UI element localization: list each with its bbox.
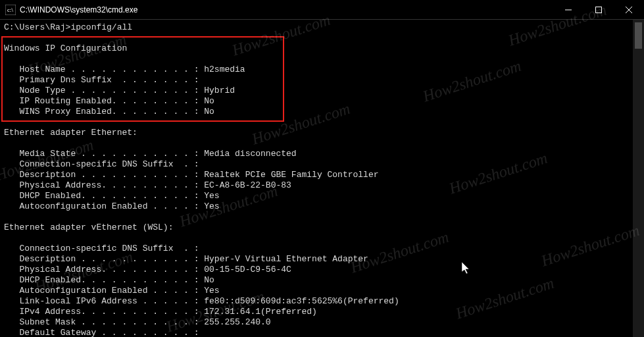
kv-row: Default Gateway . . . . . . . . . : xyxy=(4,328,204,337)
svg-text:c:\: c:\ xyxy=(7,7,13,13)
kv-row: Description . . . . . . . . . . . : Real… xyxy=(4,170,379,180)
section-header-ipconfig: Windows IP Configuration xyxy=(4,43,127,53)
kv-row: Subnet Mask . . . . . . . . . . . : 255.… xyxy=(4,317,271,327)
kv-row: Autoconfiguration Enabled . . . . : Yes xyxy=(4,286,220,296)
close-button[interactable] xyxy=(614,0,644,19)
window-titlebar: c:\ C:\WINDOWS\system32\cmd.exe xyxy=(0,0,644,20)
maximize-button[interactable] xyxy=(583,0,614,19)
terminal-output[interactable]: C:\Users\Raj>ipconfig/all Windows IP Con… xyxy=(0,20,644,337)
kv-row: Physical Address. . . . . . . . . : EC-A… xyxy=(4,180,291,190)
kv-row: WINS Proxy Enabled. . . . . . . . : No xyxy=(4,107,214,117)
section-header-vethernet: Ethernet adapter vEthernet (WSL): xyxy=(4,222,173,232)
kv-row: IP Routing Enabled. . . . . . . . : No xyxy=(4,96,214,106)
minimize-button[interactable] xyxy=(553,0,583,19)
section-header-ethernet: Ethernet adapter Ethernet: xyxy=(4,128,137,138)
prompt-command: ipconfig/all xyxy=(70,22,132,32)
vertical-scrollbar[interactable] xyxy=(633,20,644,337)
kv-row: Host Name . . . . . . . . . . . . : h2sm… xyxy=(4,65,245,74)
kv-row: Description . . . . . . . . . . . : Hype… xyxy=(4,254,368,264)
kv-row: IPv4 Address. . . . . . . . . . . : 172.… xyxy=(4,307,317,317)
kv-row: Media State . . . . . . . . . . . : Medi… xyxy=(4,149,297,159)
svg-rect-3 xyxy=(596,7,602,13)
scrollbar-thumb[interactable] xyxy=(635,22,642,49)
kv-row: DHCP Enabled. . . . . . . . . . . : Yes xyxy=(4,191,220,201)
kv-row: Connection-specific DNS Suffix . : xyxy=(4,159,204,169)
kv-row: Node Type . . . . . . . . . . . . : Hybr… xyxy=(4,86,235,95)
prompt-path: C:\Users\Raj> xyxy=(4,22,70,32)
kv-row: Autoconfiguration Enabled . . . . : Yes xyxy=(4,201,220,211)
kv-row: Physical Address. . . . . . . . . : 00-1… xyxy=(4,265,291,274)
kv-row: Link-local IPv6 Address . . . . . : fe80… xyxy=(4,296,399,306)
window-title: C:\WINDOWS\system32\cmd.exe xyxy=(20,5,553,14)
cmd-icon: c:\ xyxy=(5,5,16,15)
kv-row: Connection-specific DNS Suffix . : xyxy=(4,244,204,253)
kv-row: DHCP Enabled. . . . . . . . . . . : No xyxy=(4,275,214,285)
kv-row: Primary Dns Suffix . . . . . . . : xyxy=(4,75,204,85)
